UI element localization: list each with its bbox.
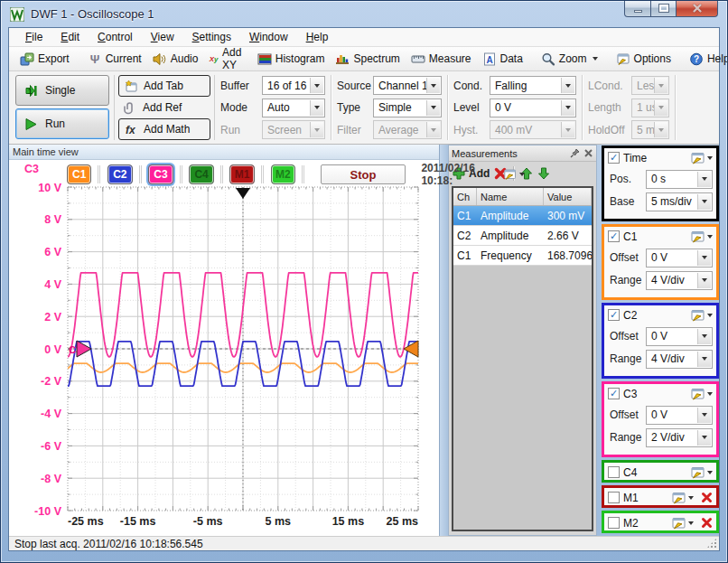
toolbar-button-add-xy[interactable]: XyAdd XY bbox=[203, 43, 251, 74]
dropdown-caret-icon[interactable] bbox=[519, 173, 525, 176]
group-properties-button[interactable] bbox=[690, 230, 713, 243]
y-tick-label: -6 V bbox=[41, 440, 62, 453]
channel-button-c3[interactable]: C3 bbox=[148, 164, 173, 184]
pane-splitter[interactable] bbox=[440, 145, 448, 536]
toolbar-button-histogram[interactable]: Histogram bbox=[252, 50, 331, 69]
measurement-row[interactable]: C1Frequency168.7096... bbox=[453, 246, 592, 266]
control-bar: 1SingleRunAdd TabAdd ReffxAdd MathBuffer… bbox=[9, 71, 719, 145]
group-properties-button[interactable] bbox=[690, 309, 713, 322]
pos-select-time[interactable]: 0 s bbox=[646, 170, 713, 189]
toolbar-button-zoom[interactable]: Zoom bbox=[536, 50, 603, 69]
y-tick-label: 0 V bbox=[44, 343, 61, 356]
x-tick-label: -25 ms bbox=[68, 515, 104, 528]
group-properties-button[interactable] bbox=[690, 388, 713, 400]
type-select[interactable]: Simple bbox=[373, 99, 442, 117]
menu-item-help[interactable]: Help bbox=[297, 28, 338, 46]
combo-value: 0 V bbox=[651, 330, 667, 342]
add-math-button[interactable]: fxAdd Math bbox=[118, 118, 210, 140]
filter-select: Average bbox=[373, 120, 442, 139]
group-delete-button[interactable] bbox=[701, 517, 713, 529]
combo-arrow bbox=[697, 250, 711, 266]
y-tick-label: 10 V bbox=[38, 182, 61, 194]
source-select[interactable]: Channel 1 bbox=[373, 76, 442, 95]
scope-plot[interactable]: C3C310 V8 V6 V4 V2 V0 V-2 V-4 V-6 V-8 V-… bbox=[9, 160, 440, 532]
title-bar[interactable]: DWF 1 - Oscilloscope 1 bbox=[1, 1, 727, 27]
menu-item-control[interactable]: Control bbox=[89, 28, 142, 46]
checkbox-m1[interactable] bbox=[608, 492, 620, 503]
measurement-cell: 300 mV bbox=[544, 210, 592, 222]
hyst-select: 400 mV bbox=[490, 120, 576, 139]
toolbar-button-export[interactable]: Export bbox=[14, 50, 75, 69]
toolbar-button-data[interactable]: AData bbox=[477, 50, 528, 69]
channel-button-c2[interactable]: C2 bbox=[107, 164, 132, 184]
minimize-button[interactable] bbox=[624, 0, 651, 17]
channel-button-c1[interactable]: C1 bbox=[67, 164, 91, 184]
close-button[interactable] bbox=[677, 0, 718, 17]
menu-item-view[interactable]: View bbox=[142, 28, 183, 46]
control-row: TypeSimple bbox=[337, 98, 442, 118]
checkbox-time[interactable]: ✓ bbox=[608, 152, 620, 164]
offset-select-c2[interactable]: 0 V bbox=[646, 327, 713, 346]
group-label: C2 bbox=[623, 309, 686, 322]
checkbox-c1[interactable]: ✓ bbox=[608, 230, 620, 242]
range-select-c1[interactable]: 4 V/div bbox=[646, 271, 713, 290]
maximize-button[interactable] bbox=[651, 0, 677, 17]
channel-button-m2[interactable]: M2 bbox=[271, 164, 295, 184]
range-select-c2[interactable]: 4 V/div bbox=[646, 350, 713, 369]
toolbar-button-current[interactable]: ΨCurrent bbox=[82, 50, 147, 69]
checkbox-m2[interactable] bbox=[608, 517, 620, 529]
toolbar-button-help[interactable]: ?Help bbox=[684, 50, 728, 69]
single-button[interactable]: 1Single bbox=[15, 75, 109, 106]
mode-select[interactable]: Auto bbox=[262, 99, 325, 117]
resize-grip[interactable] bbox=[706, 538, 717, 549]
add-ref-button[interactable]: Add Ref bbox=[118, 97, 210, 118]
measurement-row[interactable]: C1Amplitude300 mV bbox=[453, 206, 592, 226]
add-tab-button[interactable]: Add Tab bbox=[118, 75, 210, 97]
measurement-row[interactable]: C2Amplitude2.66 V bbox=[453, 226, 592, 246]
control-row: FilterAverage bbox=[337, 119, 442, 140]
combo-arrow bbox=[426, 100, 440, 116]
buffer-select[interactable]: 16 of 16 bbox=[262, 76, 325, 95]
x-tick-label: 15 ms bbox=[332, 515, 364, 528]
checkbox-c2[interactable]: ✓ bbox=[608, 309, 620, 321]
offset-select-c1[interactable]: 0 V bbox=[646, 249, 713, 267]
base-select-time[interactable]: 5 ms/div bbox=[646, 192, 713, 211]
checkbox-c4[interactable] bbox=[608, 466, 620, 478]
checkbox-c3[interactable]: ✓ bbox=[608, 388, 620, 399]
menu-item-file[interactable]: File bbox=[16, 28, 51, 46]
stop-button[interactable]: Stop bbox=[321, 164, 406, 184]
toolbar-label: Current bbox=[106, 52, 142, 65]
group-properties-button[interactable] bbox=[671, 492, 694, 504]
combo-value: 2 V/div bbox=[651, 431, 685, 444]
group-properties-button[interactable] bbox=[671, 517, 694, 530]
channel-button-c4[interactable]: C4 bbox=[189, 164, 213, 184]
combo-value: Channel 1 bbox=[378, 80, 428, 92]
menu-item-edit[interactable]: Edit bbox=[51, 28, 89, 46]
cond-select[interactable]: Falling bbox=[490, 76, 576, 95]
zoom-icon bbox=[541, 52, 555, 66]
range-select-c3[interactable]: 2 V/div bbox=[646, 428, 713, 447]
settings-group-c3: ✓C3Offset0 VRange2 V/div bbox=[602, 381, 719, 457]
group-header: ✓C3 bbox=[608, 385, 713, 402]
group-delete-button[interactable] bbox=[701, 492, 713, 503]
group-properties-button[interactable] bbox=[690, 466, 713, 479]
control-label-run: Run bbox=[220, 124, 262, 136]
channel-button-m1[interactable]: M1 bbox=[229, 164, 254, 184]
toolbar-label: Data bbox=[500, 52, 523, 65]
toolbar-button-measure[interactable]: Measure bbox=[406, 50, 477, 69]
svg-text:Xy: Xy bbox=[209, 55, 219, 63]
dropdown-caret-icon bbox=[688, 521, 694, 525]
combo-value: 400 mV bbox=[495, 124, 532, 136]
combo-value: Auto bbox=[267, 101, 290, 114]
level-select[interactable]: 0 V bbox=[490, 99, 576, 117]
toolbar-button-options[interactable]: Options bbox=[611, 50, 677, 69]
group-properties-button[interactable] bbox=[690, 152, 713, 164]
measurement-cell: Amplitude bbox=[477, 210, 544, 222]
panel-close-icon[interactable] bbox=[583, 148, 593, 158]
offset-select-c3[interactable]: 0 V bbox=[646, 406, 713, 425]
pin-icon[interactable] bbox=[570, 148, 580, 158]
toolbar-button-audio[interactable]: Audio bbox=[147, 50, 204, 69]
move-down-button[interactable] bbox=[537, 167, 550, 180]
toolbar-button-spectrum[interactable]: Spectrum bbox=[330, 50, 405, 69]
run-button[interactable]: Run bbox=[15, 108, 109, 139]
